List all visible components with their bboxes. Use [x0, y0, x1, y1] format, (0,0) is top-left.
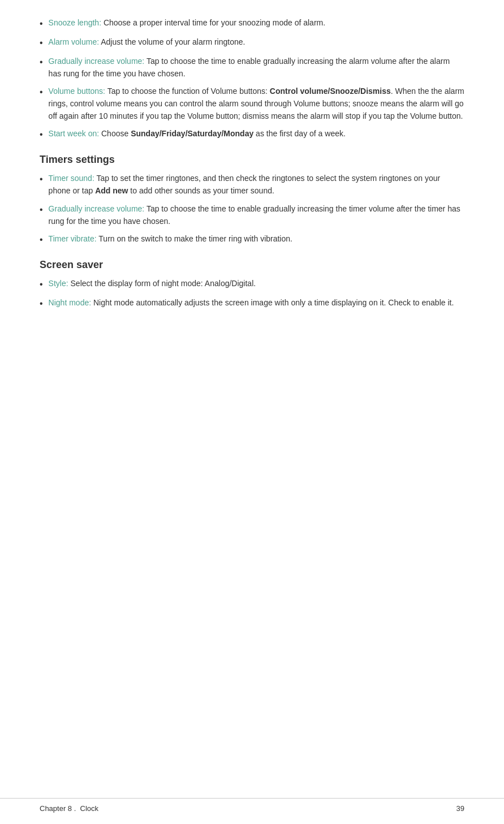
- list-item-bold: Control volume/Snooze/Dismiss: [270, 87, 391, 96]
- bullet-dot: •: [40, 55, 43, 69]
- screensaver-bullet-list: • Style: Select the display form of nigh…: [40, 278, 464, 310]
- list-item-text: Gradually increase volume: Tap to choose…: [49, 55, 464, 80]
- list-item: • Volume buttons: Tap to choose the func…: [40, 85, 464, 122]
- bullet-dot: •: [40, 36, 43, 50]
- top-bullet-list: • Snooze length: Choose a proper interva…: [40, 17, 464, 141]
- list-item-description: Choose a proper interval time for your s…: [101, 18, 325, 27]
- bullet-dot: •: [40, 278, 43, 291]
- list-item-description: Turn on the switch to make the timer rin…: [97, 234, 292, 243]
- list-item-description: Select the display form of night mode: A…: [68, 279, 256, 288]
- list-item: • Timer sound: Tap to set the timer ring…: [40, 172, 464, 197]
- list-item-text: Night mode: Night mode automatically adj…: [49, 297, 454, 309]
- term-night-mode: Night mode:: [49, 298, 91, 307]
- bullet-dot: •: [40, 85, 43, 99]
- list-item-text: Snooze length: Choose a proper interval …: [49, 17, 326, 29]
- term-start-week: Start week on:: [49, 129, 100, 138]
- list-item-text: Style: Select the display form of night …: [49, 278, 256, 290]
- list-item: • Night mode: Night mode automatically a…: [40, 297, 464, 310]
- page-content: • Snooze length: Choose a proper interva…: [0, 0, 504, 361]
- term-snooze-length: Snooze length:: [49, 18, 101, 27]
- list-item-description-after: as the first day of a week.: [253, 129, 346, 138]
- list-item-text: Volume buttons: Tap to choose the functi…: [49, 85, 464, 122]
- list-item-text: Timer vibrate: Turn on the switch to mak…: [49, 233, 292, 245]
- list-item: • Style: Select the display form of nigh…: [40, 278, 464, 291]
- term-alarm-volume: Alarm volume:: [49, 37, 99, 46]
- term-style: Style:: [49, 279, 68, 288]
- term-timer-sound: Timer sound:: [49, 174, 94, 183]
- list-item-bold: Sunday/Friday/Saturday/Monday: [131, 129, 253, 138]
- list-item-bold: Add new: [95, 186, 128, 195]
- list-item-text: Start week on: Choose Sunday/Friday/Satu…: [49, 128, 346, 140]
- list-item-description: Adjust the volume of your alarm ringtone…: [99, 37, 245, 46]
- footer-section-label: Clock: [80, 804, 99, 813]
- bullet-dot: •: [40, 203, 43, 217]
- bullet-dot: •: [40, 172, 43, 186]
- list-item: • Start week on: Choose Sunday/Friday/Sa…: [40, 128, 464, 141]
- list-item: • Gradually increase volume: Tap to choo…: [40, 55, 464, 80]
- list-item: • Gradually increase volume: Tap to choo…: [40, 203, 464, 227]
- list-item-description-before: Choose: [99, 129, 131, 138]
- list-item-description: Night mode automatically adjusts the scr…: [91, 298, 454, 307]
- bullet-dot: •: [40, 17, 43, 31]
- list-item-text: Gradually increase volume: Tap to choose…: [49, 203, 464, 227]
- term-volume-buttons: Volume buttons:: [49, 87, 105, 96]
- footer-page-number: 39: [456, 804, 464, 813]
- list-item-text: Alarm volume: Adjust the volume of your …: [49, 36, 245, 49]
- list-item: • Alarm volume: Adjust the volume of you…: [40, 36, 464, 50]
- bullet-dot: •: [40, 128, 43, 141]
- term-gradually-increase: Gradually increase volume:: [49, 57, 145, 66]
- list-item-description-after: to add other sounds as your timer sound.: [128, 186, 274, 195]
- footer-chapter-label: Chapter 8 .: [40, 804, 76, 813]
- footer-chapter: Chapter 8 . Clock: [40, 804, 98, 813]
- bullet-dot: •: [40, 233, 43, 247]
- timers-bullet-list: • Timer sound: Tap to set the timer ring…: [40, 172, 464, 247]
- list-item-text: Timer sound: Tap to set the timer ringto…: [49, 172, 464, 197]
- timers-heading: Timers settings: [40, 154, 464, 166]
- term-timer-vibrate: Timer vibrate:: [49, 234, 97, 243]
- term-timer-gradually: Gradually increase volume:: [49, 204, 145, 213]
- screensaver-heading: Screen saver: [40, 259, 464, 271]
- list-item-description-before: Tap to choose the function of Volume but…: [105, 87, 270, 96]
- list-item: • Snooze length: Choose a proper interva…: [40, 17, 464, 31]
- page-footer: Chapter 8 . Clock 39: [0, 798, 504, 813]
- bullet-dot: •: [40, 297, 43, 310]
- list-item: • Timer vibrate: Turn on the switch to m…: [40, 233, 464, 247]
